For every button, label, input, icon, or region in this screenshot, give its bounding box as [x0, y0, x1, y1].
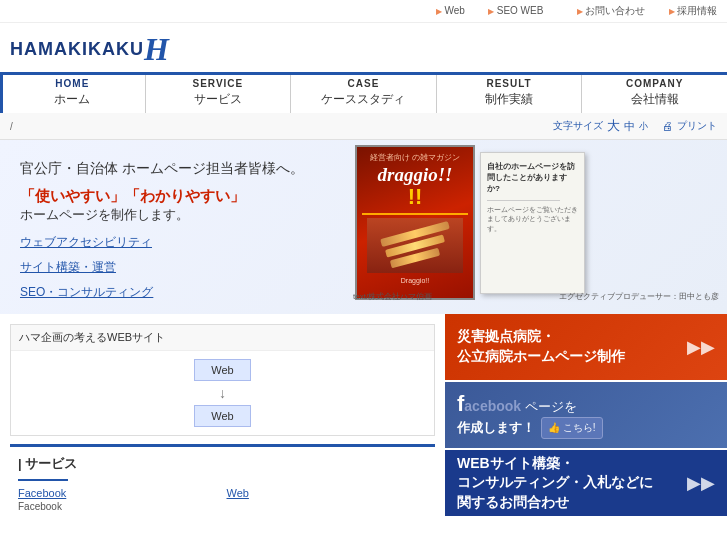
hero-caption: text/株式会社ハマ伯画 エグゼクティブプロデューサー：田中とも彦	[345, 291, 727, 302]
web-box-1: Web	[194, 359, 250, 381]
font-size-label: 文字サイズ	[553, 119, 603, 133]
white-page: 自社のホームページを訪問したことがありますか? ホームページをご覧いただきまして…	[480, 152, 585, 294]
web-section-title: ハマ企画の考えるWEBサイト	[11, 325, 434, 351]
banner-disaster[interactable]: 災害拠点病院・ 公立病院ホームページ制作 ▶▶	[445, 314, 727, 380]
hero-link-2[interactable]: SEO・コンサルティング	[20, 284, 330, 301]
banner-consulting-line2: コンサルティング・入札などに	[457, 473, 653, 493]
header: HAMAKIKAKU H	[0, 23, 727, 72]
top-link-seo[interactable]: SEO WEB	[488, 5, 543, 16]
facebook-content: facebook ページを 作成します！ 👍 こちら!	[457, 391, 603, 439]
web-note-link[interactable]: Web	[227, 487, 428, 499]
banner-facebook[interactable]: facebook ページを 作成します！ 👍 こちら!	[445, 382, 727, 448]
magazine-image	[367, 218, 462, 273]
facebook-text-bottom: 作成します！	[457, 420, 535, 437]
nav-case-en: CASE	[291, 75, 436, 90]
top-bar: Web SEO WEB お問い合わせ 採用情報	[0, 0, 727, 23]
nav-case[interactable]: CASE ケーススタディ	[291, 75, 437, 113]
fb-note: Facebook	[18, 501, 219, 512]
hero-links: ウェブアクセシビリティ サイト構築・運営 SEO・コンサルティング	[20, 234, 330, 301]
nav-result-ja: 制作実績	[437, 90, 582, 113]
nav-home[interactable]: HOME ホーム	[0, 75, 146, 113]
magazine-label: Draggio!!	[401, 277, 429, 284]
nav-service[interactable]: SERVICE サービス	[146, 75, 292, 113]
font-size-medium[interactable]: 中	[624, 119, 635, 134]
banner-consulting[interactable]: WEBサイト構築・ コンサルティング・入札などに 関するお問合わせ ▶▶	[445, 450, 727, 516]
facebook-cta-button[interactable]: 👍 こちら!	[541, 417, 603, 439]
nav-service-ja: サービス	[146, 90, 291, 113]
hero-link-1[interactable]: サイト構築・運営	[20, 259, 330, 276]
banner-consulting-text: WEBサイト構築・ コンサルティング・入札などに 関するお問合わせ	[457, 454, 653, 513]
magazine-cover: 経営者向け の雑マガジン draggio!! !! Draggio!!	[355, 145, 475, 300]
banner-disaster-line1: 災害拠点病院・	[457, 327, 625, 347]
breadcrumb: / 文字サイズ 大 中 小 🖨 プリント	[0, 113, 727, 140]
nav-service-en: SERVICE	[146, 75, 291, 90]
magazine-sub: 経営者向け の雑マガジン	[370, 152, 460, 163]
facebook-top-row: facebook ページを	[457, 391, 603, 417]
magazine-title: draggio!!	[378, 165, 453, 184]
content-section: ハマ企画の考えるWEBサイト Web ↓ Web | サービス Facebook…	[0, 314, 727, 530]
font-size-control: 文字サイズ 大 中 小 🖨 プリント	[553, 117, 717, 135]
web-diagram: Web ↓ Web	[19, 359, 426, 427]
web-section-content: Web ↓ Web	[11, 351, 434, 435]
caption-right: エグゼクティブプロデューサー：田中とも彦	[559, 291, 719, 302]
logo-icon: H	[144, 31, 169, 68]
nav-company-en: COMPANY	[582, 75, 727, 90]
banner-consulting-arrow: ▶▶	[687, 472, 715, 494]
services-divider	[18, 479, 68, 481]
hero-images: 経営者向け の雑マガジン draggio!! !! Draggio!! 自社のホ…	[345, 140, 727, 305]
nav-home-en: HOME	[0, 75, 145, 90]
nav-result-en: RESULT	[437, 75, 582, 90]
top-link-recruit[interactable]: 採用情報	[669, 5, 717, 16]
bottom-section: Facebook Facebook Web	[18, 487, 427, 512]
facebook-bottom-row: 作成します！ 👍 こちら!	[457, 417, 603, 439]
hero-title: 官公庁・自治体 ホームページ担当者皆様へ。	[20, 158, 330, 179]
nav: HOME ホーム SERVICE サービス CASE ケーススタディ RESUL…	[0, 72, 727, 113]
top-link-contact[interactable]: お問い合わせ	[577, 5, 645, 16]
web-section: ハマ企画の考えるWEBサイト Web ↓ Web	[10, 324, 435, 436]
font-size-small[interactable]: 小	[639, 120, 648, 133]
top-link-web[interactable]: Web	[436, 5, 465, 16]
facebook-logo: facebook	[457, 391, 521, 417]
hero-subtitle: ホームページを制作します。	[20, 206, 330, 224]
white-page-body: ホームページをご覧いただきましてありがとうございます。	[487, 205, 578, 234]
fb-service-link[interactable]: Facebook	[18, 487, 219, 499]
logo[interactable]: HAMAKIKAKU H	[10, 31, 169, 68]
nav-company[interactable]: COMPANY 会社情報	[582, 75, 727, 113]
white-page-title: 自社のホームページを訪問したことがありますか?	[487, 161, 578, 195]
web-box-2: Web	[194, 405, 250, 427]
nav-result[interactable]: RESULT 制作実績	[437, 75, 583, 113]
bottom-col-right: Web	[227, 487, 428, 512]
bottom-col-left: Facebook Facebook	[18, 487, 219, 512]
banner-disaster-arrow: ▶▶	[687, 336, 715, 358]
caption-left: text/株式会社ハマ伯画	[353, 291, 432, 302]
hero-highlight: 「使いやすい」「わかりやすい」	[20, 187, 330, 206]
font-size-large[interactable]: 大	[607, 117, 620, 135]
nav-home-ja: ホーム	[0, 90, 145, 113]
logo-text: HAMAKIKAKU	[10, 39, 144, 60]
banner-disaster-line2: 公立病院ホームページ制作	[457, 347, 625, 367]
banner-consulting-line1: WEBサイト構築・	[457, 454, 653, 474]
hero-section: 官公庁・自治体 ホームページ担当者皆様へ。 「使いやすい」「わかりやすい」 ホー…	[0, 140, 727, 314]
nav-company-ja: 会社情報	[582, 90, 727, 113]
breadcrumb-path: /	[10, 121, 13, 132]
hero-text: 官公庁・自治体 ホームページ担当者皆様へ。 「使いやすい」「わかりやすい」 ホー…	[0, 140, 345, 314]
services-title: | サービス	[18, 455, 427, 473]
banner-disaster-text: 災害拠点病院・ 公立病院ホームページ制作	[457, 327, 625, 366]
web-arrow: ↓	[219, 385, 226, 401]
content-right: 災害拠点病院・ 公立病院ホームページ制作 ▶▶ facebook ページを 作成…	[445, 314, 727, 530]
content-left: ハマ企画の考えるWEBサイト Web ↓ Web | サービス Facebook…	[0, 314, 445, 530]
services-section: | サービス Facebook Facebook Web	[10, 444, 435, 520]
hero-link-0[interactable]: ウェブアクセシビリティ	[20, 234, 330, 251]
print-icon: 🖨	[662, 120, 673, 132]
nav-case-ja: ケーススタディ	[291, 90, 436, 113]
banner-consulting-line3: 関するお問合わせ	[457, 493, 653, 513]
facebook-text-top: ページを	[525, 399, 577, 416]
print-button[interactable]: プリント	[677, 119, 717, 133]
